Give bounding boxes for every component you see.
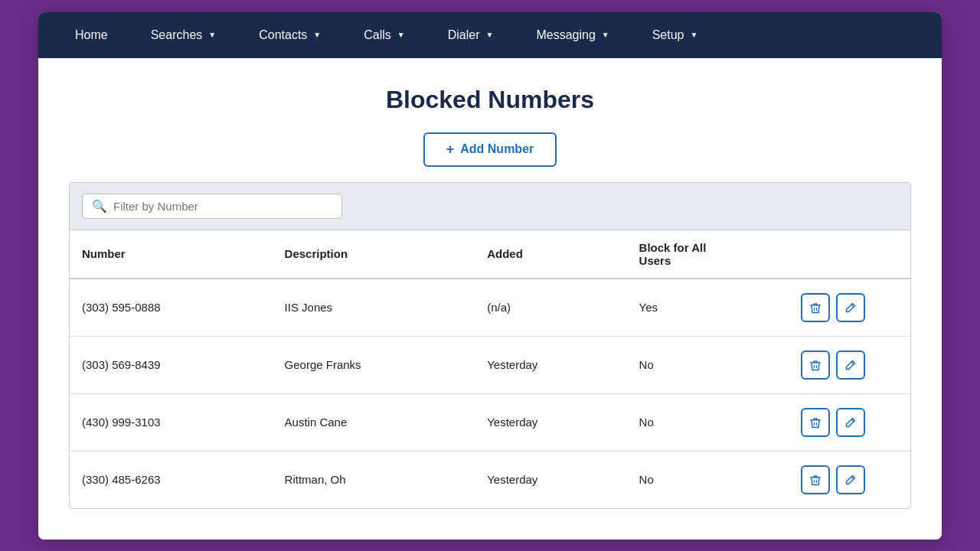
delete-button-2[interactable] [801, 408, 830, 437]
edit-button-0[interactable] [836, 293, 865, 322]
nav-setup-arrow: ▼ [691, 31, 698, 39]
nav-searches-arrow: ▼ [208, 31, 216, 39]
add-number-button[interactable]: + Add Number [423, 132, 557, 167]
filter-bar: 🔍 [70, 183, 910, 230]
cell-number-0: (303) 595-0888 [70, 279, 273, 337]
nav-setup-label: Setup [652, 28, 684, 42]
cell-number-1: (303) 569-8439 [70, 336, 273, 393]
nav-dialer-arrow: ▼ [486, 31, 494, 39]
page-title: Blocked Numbers [69, 86, 911, 114]
add-number-label: Add Number [460, 142, 534, 156]
svg-rect-0 [810, 305, 821, 306]
nav-dialer-label: Dialer [448, 28, 480, 42]
nav-home[interactable]: Home [54, 15, 129, 56]
search-icon: 🔍 [92, 199, 107, 214]
table-row: (303) 569-8439 George Franks Yesterday N… [70, 336, 910, 393]
cell-actions-3 [789, 451, 910, 508]
blocked-numbers-table: Number Description Added Block for AllUs… [70, 230, 910, 508]
cell-actions-1 [789, 336, 910, 393]
cell-description-3: Rittman, Oh [273, 451, 475, 508]
cell-actions-2 [789, 393, 910, 451]
plus-icon: + [446, 142, 455, 158]
edit-button-3[interactable] [836, 465, 865, 494]
svg-rect-9 [810, 477, 821, 478]
nav-contacts-label: Contacts [259, 28, 307, 42]
main-content: Blocked Numbers + Add Number 🔍 Number [38, 58, 942, 540]
delete-button-1[interactable] [801, 350, 830, 380]
table-header-row: Number Description Added Block for AllUs… [70, 230, 910, 279]
nav-calls-label: Calls [364, 28, 391, 42]
col-header-description: Description [273, 230, 475, 279]
nav-home-label: Home [75, 28, 108, 42]
col-header-block-all: Block for AllUsers [627, 230, 789, 279]
table-container: 🔍 Number Description Added Block for All… [69, 182, 911, 509]
nav-searches-label: Searches [151, 28, 203, 42]
cell-added-0: (n/a) [475, 279, 626, 337]
add-button-row: + Add Number [69, 132, 911, 167]
cell-block-all-2: No [627, 393, 789, 451]
nav-calls[interactable]: Calls ▼ [342, 15, 426, 56]
filter-input[interactable] [113, 200, 332, 213]
delete-button-3[interactable] [801, 465, 830, 494]
col-header-number: Number [70, 230, 273, 279]
nav-messaging-label: Messaging [536, 28, 595, 42]
cell-description-1: George Franks [273, 336, 475, 393]
cell-block-all-1: No [627, 336, 789, 393]
nav-calls-arrow: ▼ [397, 31, 405, 39]
cell-added-1: Yesterday [475, 336, 626, 393]
cell-added-2: Yesterday [475, 393, 626, 451]
cell-description-2: Austin Cane [273, 393, 475, 451]
app-window: Home Searches ▼ Contacts ▼ Calls ▼ Diale… [38, 12, 942, 540]
nav-contacts[interactable]: Contacts ▼ [237, 15, 342, 56]
cell-number-3: (330) 485-6263 [70, 451, 273, 508]
svg-rect-6 [810, 419, 821, 421]
nav-messaging-arrow: ▼ [602, 31, 609, 39]
cell-block-all-0: Yes [627, 279, 789, 337]
svg-rect-3 [810, 362, 821, 364]
nav-searches[interactable]: Searches ▼ [129, 15, 238, 56]
cell-description-0: IIS Jones [273, 279, 475, 337]
col-header-added: Added [475, 230, 626, 279]
nav-contacts-arrow: ▼ [313, 31, 321, 39]
table-row: (303) 595-0888 IIS Jones (n/a) Yes [70, 279, 910, 337]
col-header-actions [789, 230, 910, 279]
cell-number-2: (430) 999-3103 [70, 393, 273, 451]
edit-button-2[interactable] [836, 408, 865, 437]
nav-setup[interactable]: Setup ▼ [631, 15, 720, 56]
navbar: Home Searches ▼ Contacts ▼ Calls ▼ Diale… [38, 12, 942, 58]
cell-block-all-3: No [627, 451, 789, 508]
filter-input-wrap: 🔍 [82, 194, 342, 219]
table-row: (430) 999-3103 Austin Cane Yesterday No [70, 393, 910, 451]
cell-actions-0 [789, 279, 910, 337]
nav-messaging[interactable]: Messaging ▼ [514, 15, 630, 56]
cell-added-3: Yesterday [475, 451, 626, 508]
nav-dialer[interactable]: Dialer ▼ [426, 15, 515, 56]
delete-button-0[interactable] [801, 293, 830, 322]
edit-button-1[interactable] [836, 350, 865, 380]
table-row: (330) 485-6263 Rittman, Oh Yesterday No [70, 451, 910, 508]
